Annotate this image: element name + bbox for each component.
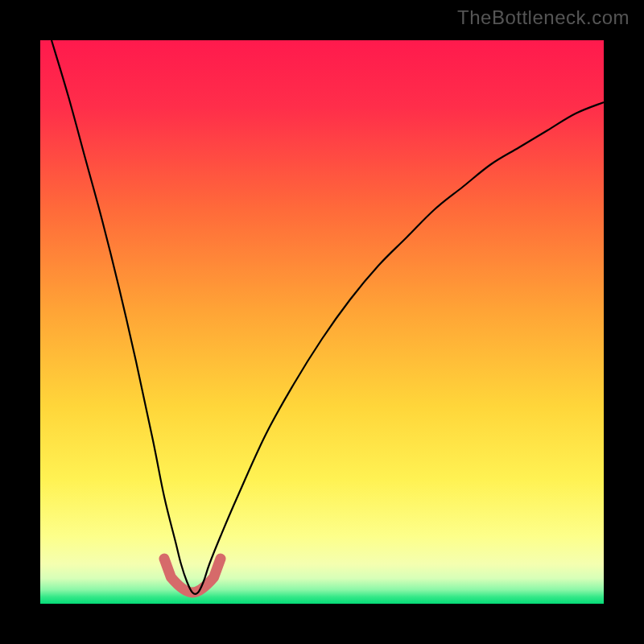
watermark-text: TheBottleneck.com <box>457 6 630 29</box>
curve-layer <box>40 40 604 604</box>
chart-frame: TheBottleneck.com <box>0 0 644 644</box>
plot-area <box>40 40 604 604</box>
optimal-range-marker <box>164 559 221 592</box>
bottleneck-curve <box>52 40 604 594</box>
